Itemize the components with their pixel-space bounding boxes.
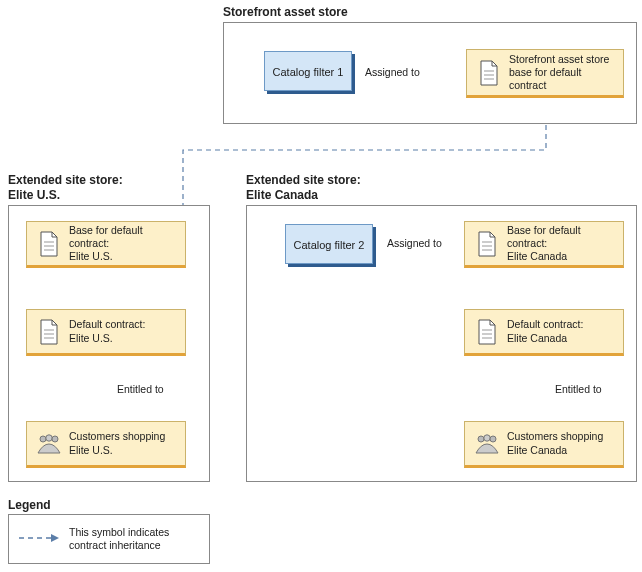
us-base-contract: Base for default contract: Elite U.S.	[26, 221, 186, 268]
entitled-to-label-us: Entitled to	[117, 383, 164, 396]
people-icon	[473, 433, 501, 455]
svg-point-15	[40, 436, 46, 442]
document-icon	[35, 231, 63, 257]
card-label: Default contract: Elite Canada	[507, 318, 589, 344]
us-default-contract: Default contract: Elite U.S.	[26, 309, 186, 356]
legend-box: This symbol indicates contract inheritan…	[8, 514, 210, 564]
filter-label: Catalog filter 2	[294, 239, 365, 251]
legend-title: Legend	[8, 498, 51, 512]
ca-default-contract: Default contract: Elite Canada	[464, 309, 624, 356]
ca-group: Catalog filter 2 Assigned to Base for de…	[246, 205, 637, 482]
storefront-base-contract: Storefront asset store base for default …	[466, 49, 624, 98]
svg-point-26	[490, 436, 496, 442]
card-label: Base for default contract: Elite U.S.	[69, 224, 185, 263]
catalog-filter-2: Catalog filter 2	[285, 224, 373, 264]
ca-title: Extended site store: Elite Canada	[246, 173, 361, 203]
svg-point-17	[52, 436, 58, 442]
svg-point-24	[478, 436, 484, 442]
card-label: Default contract: Elite U.S.	[69, 318, 151, 344]
assigned-to-label-2: Assigned to	[387, 237, 443, 250]
storefront-group: Catalog filter 1 Assigned to Storefront …	[223, 22, 637, 124]
document-icon	[35, 319, 63, 345]
svg-point-16	[46, 434, 52, 440]
ca-customers: Customers shopping Elite Canada	[464, 421, 624, 468]
us-group: Base for default contract: Elite U.S. De…	[8, 205, 210, 482]
svg-point-25	[484, 434, 490, 440]
legend-text: This symbol indicates contract inheritan…	[69, 526, 199, 552]
us-customers: Customers shopping Elite U.S.	[26, 421, 186, 468]
entitled-to-label-ca: Entitled to	[555, 383, 602, 396]
card-label: Base for default contract: Elite Canada	[507, 224, 623, 263]
us-title: Extended site store: Elite U.S.	[8, 173, 123, 203]
people-icon	[35, 433, 63, 455]
assigned-to-label-1: Assigned to	[365, 66, 421, 79]
filter-label: Catalog filter 1	[273, 66, 344, 78]
ca-base-contract: Base for default contract: Elite Canada	[464, 221, 624, 268]
card-label: Customers shopping Elite Canada	[507, 430, 609, 456]
catalog-filter-1: Catalog filter 1	[264, 51, 352, 91]
card-label: Customers shopping Elite U.S.	[69, 430, 171, 456]
dashed-arrow-icon	[19, 533, 59, 545]
card-label: Storefront asset store base for default …	[509, 53, 623, 92]
storefront-title: Storefront asset store	[223, 5, 348, 20]
document-icon	[475, 60, 503, 86]
document-icon	[473, 319, 501, 345]
document-icon	[473, 231, 501, 257]
